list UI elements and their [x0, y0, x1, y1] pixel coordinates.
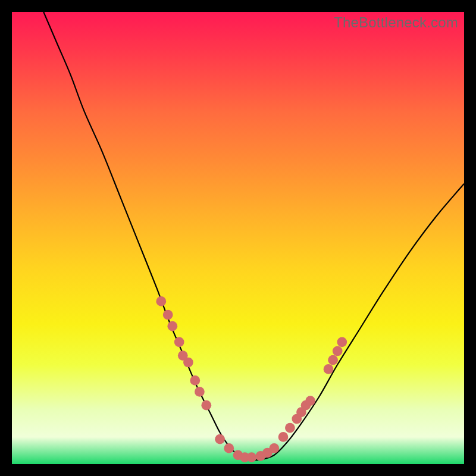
bottleneck-curve	[43, 12, 464, 460]
bead-right-beads	[337, 337, 347, 347]
bottleneck-plot	[12, 12, 464, 464]
bead-left-beads	[201, 400, 211, 411]
bead-right-beads	[324, 364, 334, 374]
bead-layer	[156, 296, 347, 462]
bead-left-beads	[174, 337, 184, 347]
bead-right-beads	[278, 432, 289, 442]
watermark-label: TheBottleneck.com	[334, 14, 458, 31]
bead-left-beads	[167, 321, 177, 331]
bead-right-beads	[333, 346, 343, 356]
bead-right-beads	[328, 355, 338, 365]
bead-valley-beads	[224, 443, 234, 453]
chart-area: TheBottleneck.com	[12, 12, 464, 464]
bead-valley-beads	[215, 434, 225, 444]
bead-valley-beads	[269, 443, 279, 453]
bead-left-beads	[183, 358, 193, 368]
bead-left-beads	[195, 387, 205, 397]
bead-right-beads	[285, 423, 295, 433]
bead-valley-beads	[246, 452, 256, 462]
bead-left-beads	[163, 310, 173, 320]
bead-right-beads	[305, 396, 315, 406]
bead-left-beads	[156, 296, 166, 306]
bead-left-beads	[190, 375, 200, 386]
